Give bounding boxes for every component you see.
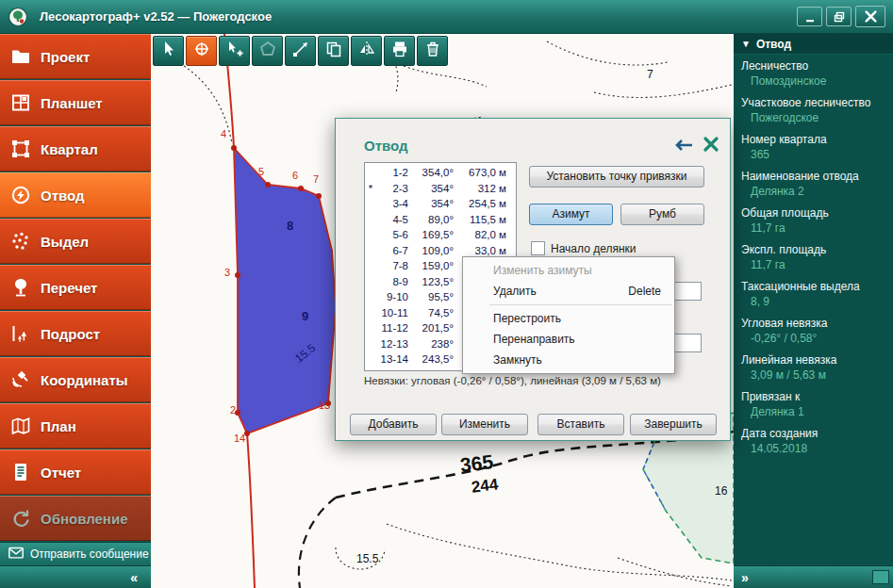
- edit-button[interactable]: Изменить: [441, 414, 528, 435]
- sidebar-item-project[interactable]: Проект: [0, 34, 151, 79]
- copy-icon: [324, 40, 343, 62]
- properties-panel-title: Отвод: [756, 38, 791, 51]
- map-toolbar: [153, 36, 448, 66]
- print-tool-button[interactable]: [384, 36, 415, 66]
- property-label: Угловая невязка: [741, 316, 887, 331]
- sidebar-item-label: Отчет: [41, 465, 81, 481]
- rumb-mode-button[interactable]: Румб: [620, 204, 704, 225]
- context-menu-item[interactable]: Перестроить: [463, 308, 674, 329]
- sidebar-item-podrost[interactable]: Подрост: [0, 311, 151, 356]
- sidebar-item-vydel[interactable]: Выдел: [0, 219, 151, 264]
- start-of-plot-checkbox[interactable]: [531, 241, 545, 255]
- menu-item-label: Перестроить: [493, 308, 561, 329]
- menu-item-label: Перенаправить: [493, 329, 575, 350]
- context-menu-item[interactable]: Замкнуть: [463, 350, 674, 370]
- report-icon: [7, 460, 35, 484]
- back-arrow-button[interactable]: [673, 138, 694, 156]
- insert-button[interactable]: Вставить: [537, 414, 624, 435]
- property-label: Привязан к: [741, 389, 887, 404]
- map-label: 13: [319, 400, 330, 411]
- plan-icon: [7, 414, 35, 438]
- app-logo-icon: [8, 6, 30, 28]
- print-icon: [390, 40, 409, 62]
- mirror-tool-button[interactable]: [351, 36, 382, 66]
- collapse-left-icon: «: [130, 570, 138, 585]
- context-menu-item[interactable]: Удалить Delete: [463, 281, 674, 302]
- expand-right-icon[interactable]: »: [741, 570, 749, 585]
- polygon-tool-button[interactable]: [252, 36, 283, 66]
- property-row: Участковое лесничество Пожегодское: [734, 91, 893, 128]
- sidebar-item-label: Перечет: [41, 280, 97, 296]
- sidebar-item-obnovlenie[interactable]: Обновление: [0, 496, 151, 541]
- map-label: 244: [471, 475, 500, 497]
- chevron-down-icon: ▼: [741, 39, 751, 49]
- measure-tool-button[interactable]: [285, 36, 316, 66]
- property-value: -0,26° / 0,58°: [741, 331, 887, 346]
- segment-row[interactable]: 5-6 169,5° 82,0 м: [365, 227, 516, 243]
- add-node-icon: [225, 40, 244, 62]
- minimize-button[interactable]: [797, 7, 822, 26]
- property-row: Угловая невязка -0,26° / 0,58°: [734, 312, 893, 349]
- property-row: Экспл. площадь 11,7 га: [734, 238, 893, 275]
- close-button[interactable]: [855, 6, 885, 27]
- map-sheet-icon: [7, 90, 35, 115]
- segment-row[interactable]: 4-5 89,0° 115,5 м: [365, 212, 516, 228]
- sidebar-item-otvod[interactable]: Отвод: [0, 172, 151, 218]
- map-label: 365: [459, 450, 495, 477]
- context-menu: Изменить азимуты Удалить Delete Перестро…: [462, 256, 675, 374]
- properties-panel: ▼ Отвод Лесничество Помоздинское Участко…: [734, 34, 893, 565]
- sidebar-item-otchet[interactable]: Отчет: [0, 449, 151, 495]
- refresh-icon: [7, 506, 35, 531]
- map-label: 7: [647, 68, 653, 81]
- dialog-close-button[interactable]: [703, 136, 719, 156]
- delete-tool-button[interactable]: [417, 36, 448, 66]
- otvod-properties: Лесничество Помоздинское Участковое лесн…: [734, 55, 893, 459]
- azimuth-mode-button[interactable]: Азимут: [529, 204, 613, 225]
- property-row: Таксационные выдела 8, 9: [734, 275, 893, 312]
- finish-button[interactable]: Завершить: [630, 414, 717, 435]
- property-value: 365: [741, 147, 887, 162]
- property-row: Привязан к Делянка 1: [734, 385, 893, 422]
- property-value: 11,7 га: [741, 220, 887, 236]
- sidebar-item-label: Проект: [41, 49, 90, 65]
- sidebar-item-perechet[interactable]: Перечет: [0, 265, 151, 310]
- send-message-button[interactable]: Отправить сообщение: [0, 542, 151, 565]
- property-value: Помоздинское: [741, 74, 887, 89]
- maximize-button[interactable]: [826, 7, 852, 26]
- properties-panel-header[interactable]: ▼ Отвод: [734, 34, 893, 55]
- property-label: Номер квартала: [741, 132, 887, 147]
- panel-grip[interactable]: [872, 570, 889, 584]
- sidebar-item-label: Отвод: [41, 188, 85, 204]
- dots-icon: [7, 229, 35, 253]
- property-label: Таксационные выдела: [741, 279, 887, 294]
- add-node-tool-button[interactable]: [219, 36, 250, 66]
- context-menu-item[interactable]: Изменить азимуты: [463, 260, 674, 281]
- map-label: 14: [234, 433, 245, 444]
- sidebar-item-plan[interactable]: План: [0, 403, 151, 449]
- segment-row[interactable]: 3-4 354° 254,5 м: [365, 196, 516, 212]
- property-value: 11,7 га: [741, 257, 887, 272]
- property-label: Лесничество: [741, 58, 887, 74]
- property-row: Общая площадь 11,7 га: [734, 202, 893, 238]
- context-menu-item[interactable]: Перенаправить: [463, 329, 674, 350]
- add-point-tool-button[interactable]: [186, 36, 217, 66]
- property-row: Лесничество Помоздинское: [734, 55, 893, 91]
- map-label: 7: [313, 173, 319, 185]
- add-button[interactable]: Добавить: [350, 414, 437, 435]
- property-label: Экспл. площадь: [741, 242, 887, 257]
- set-anchor-point-button[interactable]: Установить точку привязки: [529, 166, 704, 188]
- sidebar-collapse-bar[interactable]: «: [0, 565, 151, 588]
- sidebar-item-kvartal[interactable]: Квартал: [0, 126, 151, 172]
- sidebar-item-label: Подрост: [41, 326, 100, 342]
- segment-row[interactable]: * 2-3 354° 312 м: [365, 181, 516, 197]
- map-label: 3: [224, 267, 230, 278]
- copy-tool-button[interactable]: [318, 36, 349, 66]
- segment-row[interactable]: 1-2 354,0° 673,0 м: [365, 165, 516, 181]
- sidebar-item-planshet[interactable]: Планшет: [0, 80, 151, 125]
- map-label: 5: [258, 166, 264, 177]
- sidebar-item-label: Обновление: [41, 511, 127, 527]
- property-row: Линейная невязка 3,09 м / 5,63 м: [734, 349, 893, 385]
- sidebar-item-koordinaty[interactable]: Координаты: [0, 357, 151, 402]
- window-controls: [797, 6, 893, 27]
- cursor-tool-button[interactable]: [153, 36, 184, 66]
